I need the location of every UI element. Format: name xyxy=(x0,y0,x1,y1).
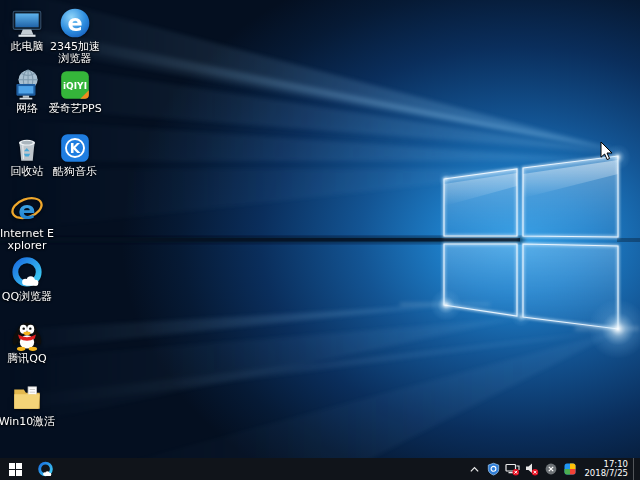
desktop-icon-label: Win10激活 xyxy=(0,416,56,428)
tencent-qq-icon xyxy=(10,318,44,352)
start-button[interactable] xyxy=(0,458,30,480)
desktop-icon-kugou-music[interactable]: K 酷狗音乐 xyxy=(46,131,104,178)
desktop-icon-qq-browser[interactable]: QQ浏览器 xyxy=(0,256,56,303)
svg-text:e: e xyxy=(67,10,82,36)
network-icon xyxy=(10,68,44,102)
taskbar-qq-browser-button[interactable] xyxy=(30,458,60,480)
desktop-icon-label: 爱奇艺PPS xyxy=(46,103,104,115)
folder-icon xyxy=(10,381,44,415)
clock-date: 2018/7/25 xyxy=(584,469,628,479)
desktop-icon-label: 2345加速浏览器 xyxy=(46,41,104,65)
hidden-icons-chevron[interactable] xyxy=(467,458,482,480)
svg-text:e: e xyxy=(18,195,35,225)
kugou-music-icon: K xyxy=(58,131,92,165)
desktop-icon-internet-explorer[interactable]: e Internet Explorer xyxy=(0,193,56,252)
windows-flag-icon xyxy=(9,463,22,476)
taskbar: 17:10 2018/7/25 xyxy=(0,458,640,480)
desktop-icon-2345-browser[interactable]: e 2345加速浏览器 xyxy=(46,6,104,65)
this-pc-icon xyxy=(10,6,44,40)
2345-browser-icon: e xyxy=(58,6,92,40)
desktop-icon-iqiyi-pps[interactable]: iQIYI 爱奇艺PPS xyxy=(46,68,104,115)
input-method-colorful-icon[interactable] xyxy=(562,458,577,480)
desktop-screen: 此电脑 网络 xyxy=(0,0,640,480)
desktop-icon-label: Internet Explorer xyxy=(0,228,56,252)
svg-text:K: K xyxy=(70,141,81,156)
show-desktop-button[interactable] xyxy=(633,458,640,480)
desktop-icon-label: 酷狗音乐 xyxy=(46,166,104,178)
desktop-icon-label: QQ浏览器 xyxy=(0,291,56,303)
recycle-bin-icon xyxy=(10,131,44,165)
qq-browser-icon xyxy=(37,461,54,478)
internet-explorer-icon: e xyxy=(10,193,44,227)
qq-browser-icon xyxy=(10,256,44,290)
desktop-icon-tencent-qq[interactable]: 腾讯QQ xyxy=(0,318,56,365)
network-disconnected-icon[interactable] xyxy=(505,458,520,480)
desktop-icon-win10-activate[interactable]: Win10激活 xyxy=(0,381,56,428)
desktop-icon-label: 腾讯QQ xyxy=(0,353,56,365)
svg-text:iQIYI: iQIYI xyxy=(63,81,87,91)
volume-muted-icon[interactable] xyxy=(524,458,539,480)
security-shield-icon[interactable] xyxy=(486,458,501,480)
system-tray: 17:10 2018/7/25 xyxy=(467,458,640,480)
iqiyi-pps-icon: iQIYI xyxy=(58,68,92,102)
taskbar-clock[interactable]: 17:10 2018/7/25 xyxy=(584,460,628,479)
status-offline-icon[interactable] xyxy=(543,458,558,480)
